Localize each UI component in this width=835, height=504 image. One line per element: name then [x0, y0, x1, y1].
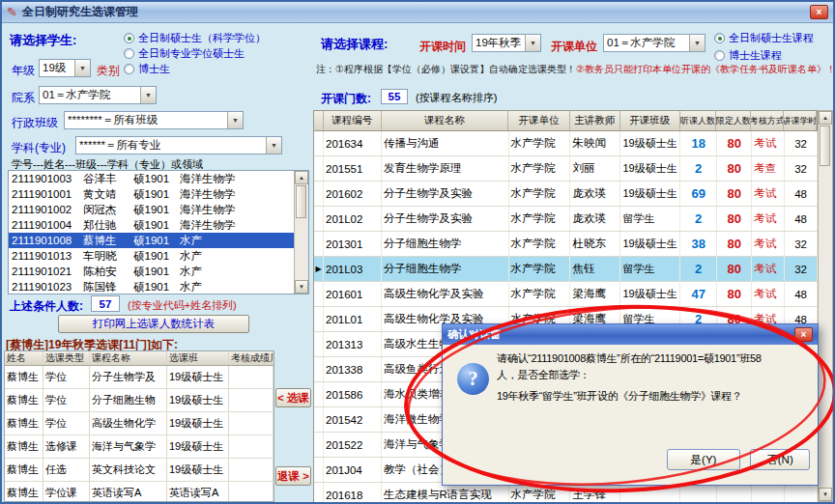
student-major: 水产 — [180, 265, 294, 279]
enrolled-row[interactable]: 蔡博生 学位 高级生物化学 19级硕士生 — [5, 412, 274, 435]
student-row[interactable]: 2111901001 黄文靖 硕1901 海洋生物学 — [9, 186, 294, 202]
course-limit: 80 — [717, 182, 752, 206]
student-major: 海洋生物学 — [180, 187, 294, 202]
enrolled-row[interactable]: 蔡博生 任选 英文科技论文 19级硕士生 — [5, 459, 274, 482]
course-teacher: 庞欢瑛 — [570, 182, 620, 206]
course-hours: 32 — [785, 131, 818, 155]
radio-doctoral-courses[interactable]: 博士生课程 — [714, 48, 782, 63]
course-unit: 水产学院 — [509, 182, 571, 206]
course-unit-select[interactable]: 01＝水产学院 ▼ — [603, 34, 705, 52]
student-name: 黄文靖 — [83, 187, 133, 202]
scroll-down-icon[interactable]: ▼ — [819, 488, 832, 501]
student-row[interactable]: 2111901013 车明晓 硕1901 水产 — [9, 248, 294, 264]
course-class: 19级硕士生 — [620, 131, 680, 155]
student-row[interactable]: 2111901023 陈国锋 硕1901 水产 — [9, 279, 294, 294]
student-list-scrollbar[interactable]: ▲ ▼ — [294, 171, 308, 294]
student-row[interactable]: 2111901008 蔡博生 硕1901 水产 — [9, 233, 294, 248]
scroll-up-icon[interactable]: ▲ — [295, 171, 308, 184]
radio-fulltime-professional-master[interactable]: 全日制专业学位硕士生 — [124, 46, 245, 61]
enrolled-course-type: 学位课 — [43, 482, 90, 502]
course-time-select[interactable]: 19年秋季 ▼ — [472, 34, 541, 52]
grade-select[interactable]: 19级 ▼ — [39, 59, 91, 77]
department-label: 院系 — [12, 90, 35, 106]
student-class: 硕1901 — [133, 265, 180, 279]
window-title: 全日制研究生选课管理 — [22, 4, 805, 20]
scrollbar-thumb[interactable] — [820, 126, 830, 166]
student-row[interactable]: 2111901002 闵冠杰 硕1901 海洋生物学 — [9, 202, 294, 217]
course-limit: 80 — [717, 232, 752, 256]
course-name: 分子生物学及实验 — [382, 182, 509, 206]
dialog-close-button[interactable]: × — [794, 327, 813, 342]
student-section-title: 请选择学生: — [10, 32, 76, 49]
admin-class-select[interactable]: ********＝所有班级 ▼ — [64, 111, 244, 129]
header-course-id: 课程编号 — [324, 111, 382, 130]
course-row[interactable]: 201301 分子细胞生物学 水产学院 杜晓东 19级硕士生 38 80 考试 … — [314, 232, 818, 257]
course-unit: 水产学院 — [509, 156, 571, 181]
row-marker-icon — [314, 282, 324, 306]
student-major: 海洋生物学 — [180, 172, 294, 186]
enrolled-row[interactable]: 蔡博生 学位 分子细胞生物 19级硕士生 — [5, 389, 274, 412]
dialog-message: 请确认“2111901008蔡博生”所在的“21119001=硕1901”班58… — [497, 350, 812, 405]
enrolled-course-name: 英语读写A — [90, 482, 167, 502]
scrollbar-thumb[interactable] — [296, 185, 306, 218]
scroll-down-icon[interactable]: ▼ — [295, 280, 308, 294]
course-id: 201601 — [324, 282, 382, 306]
course-exam-type: 考试 — [752, 282, 785, 306]
course-id: 201602 — [324, 182, 382, 206]
student-row[interactable]: 2111901021 陈柏安 硕1901 水产 — [9, 264, 294, 279]
dialog-no-button[interactable]: 否(N) — [750, 449, 810, 470]
radio-master-courses[interactable]: 全日制硕士生课程 — [714, 31, 814, 45]
course-enrolled-count: 47 — [680, 282, 717, 306]
course-count-label: 开课门数: — [321, 91, 371, 107]
course-row[interactable]: ▶ 201L03 分子细胞生物学 水产学院 焦钰 留学生 2 80 考试 32 — [314, 257, 818, 282]
header-enrolled: 听课人数 — [680, 111, 717, 130]
enrolled-row[interactable]: 蔡博生 学位 分子生物学及 19级硕士生 — [5, 366, 274, 389]
student-id: 2111901004 — [12, 219, 83, 231]
major-select[interactable]: ******＝所有专业 ▼ — [75, 136, 282, 154]
course-row[interactable]: 201634 传播与沟通 水产学院 朱映闻 19级硕士生 18 80 考试 32 — [314, 131, 818, 156]
course-row[interactable]: 201551 发育生物学原理 水产学院 刘丽 19级硕士生 2 80 考查 32 — [314, 156, 818, 182]
course-row[interactable]: 201618 生态建模与R语言实现 水产学院 王学锋 — [314, 483, 818, 502]
row-marker-icon — [314, 357, 324, 381]
enrolled-grade-attr — [229, 389, 274, 411]
scroll-up-icon[interactable]: ▲ — [819, 111, 832, 125]
row-marker-icon — [314, 207, 324, 231]
note-text-red: ②教务员只能打印本单位开课的《教学任务书及听课名单》！ — [576, 64, 832, 74]
student-name: 郑仕驰 — [83, 218, 133, 233]
chevron-down-icon: ▼ — [266, 137, 281, 154]
enrolled-row[interactable]: 蔡博生 学位课 英语读写A 英语读写A — [5, 482, 274, 502]
enrolled-row[interactable]: 蔡博生 选修课 海洋与气象学 19级硕士生 — [5, 435, 274, 459]
student-name: 闵冠杰 — [83, 203, 133, 217]
course-row[interactable]: 201601 高级生物化学及实验 水产学院 梁海鹰 19级硕士生 47 80 考… — [314, 282, 818, 307]
enrolled-grade-attr — [229, 482, 274, 502]
category-label: 类别 — [97, 63, 120, 79]
select-course-button[interactable]: < 选课 — [275, 388, 311, 407]
dialog-titlebar: 确认对话窗 × — [443, 324, 818, 345]
dialog-yes-button[interactable]: 是(Y) — [667, 449, 740, 470]
drop-course-button[interactable]: 退课 > — [275, 466, 311, 486]
student-row[interactable]: 2111901004 郑仕驰 硕1901 海洋生物学 — [9, 217, 294, 233]
department-select[interactable]: 01＝水产学院 ▼ — [39, 86, 157, 104]
course-table-scrollbar[interactable]: ▲ ▼ — [818, 110, 833, 502]
course-teacher: 朱映闻 — [570, 131, 620, 155]
student-major: 海洋生物学 — [180, 218, 294, 233]
row-marker-icon — [314, 458, 324, 482]
confirm-dialog: 确认对话窗 × ? 请确认“2111901008蔡博生”所在的“21119001… — [442, 323, 819, 486]
window-close-button[interactable]: × — [810, 5, 828, 19]
dialog-title: 确认对话窗 — [447, 327, 791, 342]
student-row[interactable]: 2111901003 谷泽丰 硕1901 海洋生物学 — [9, 171, 294, 186]
radio-doctoral[interactable]: 博士生 — [124, 62, 170, 76]
course-class: 19级硕士生 — [620, 282, 680, 306]
enrolled-grade-attr — [229, 435, 274, 458]
course-row[interactable]: 201L02 分子生物学及实验 水产学院 庞欢瑛 留学生 2 80 考试 48 — [314, 207, 818, 232]
course-class: 留学生 — [620, 207, 680, 231]
radio-fulltime-master-science[interactable]: 全日制硕士生（科学学位） — [124, 31, 266, 45]
row-marker-icon — [314, 156, 324, 181]
print-statistics-button[interactable]: 打印网上选课人数统计表 — [58, 315, 249, 333]
student-name: 谷泽丰 — [83, 172, 133, 186]
student-major: 海洋生物学 — [180, 203, 294, 217]
course-exam-type: 考试 — [752, 207, 785, 231]
course-row[interactable]: 201602 分子生物学及实验 水产学院 庞欢瑛 19级硕士生 69 80 考试… — [314, 182, 818, 207]
department-value: 01＝水产学院 — [43, 88, 140, 102]
course-enrolled-count: 69 — [680, 182, 717, 206]
